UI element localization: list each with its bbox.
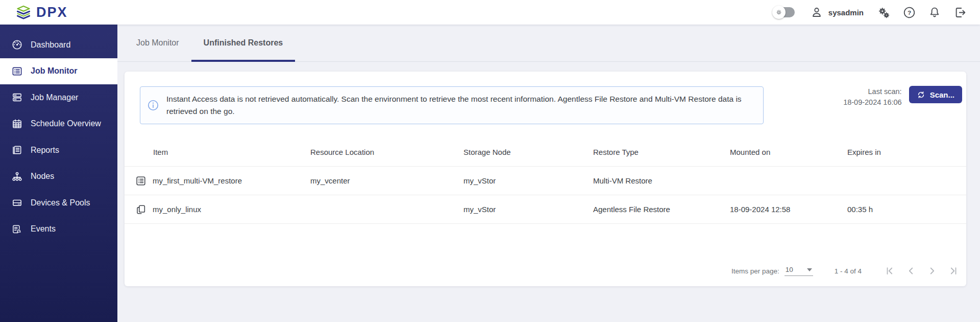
tab-job-monitor[interactable]: Job Monitor	[124, 25, 191, 61]
cell-mounted-on: 18-09-2024 12:58	[730, 205, 847, 214]
cell-expires-in: 00:35 h	[847, 205, 966, 214]
pagination: Items per page: 10 1 - 4 of 4	[731, 262, 963, 280]
list-box-icon	[11, 65, 23, 77]
logo-text: DPX	[36, 5, 68, 20]
column-header-item[interactable]: Item	[135, 148, 310, 156]
cell-restore-type: Agentless File Restore	[593, 205, 730, 214]
cell-restore-type: Multi-VM Restore	[593, 176, 730, 185]
logout-icon[interactable]	[952, 5, 968, 20]
top-right-actions: sysadmin ?	[773, 5, 980, 20]
table-row[interactable]: my_only_linuxmy_vStorAgentless File Rest…	[125, 195, 966, 224]
restores-table: Item Resource Location Storage Node Rest…	[125, 138, 966, 224]
column-header-expires-in[interactable]: Expires in	[847, 148, 966, 156]
scan-area: Last scan: 18-09-2024 16:06 Scan...	[843, 86, 962, 108]
theme-toggle-knob	[772, 6, 786, 19]
column-header-resource-location[interactable]: Resource Location	[310, 148, 463, 156]
sidebar-item-label: Schedule Overview	[31, 119, 101, 128]
main-area: Job Monitor Unfinished Restores Instant …	[117, 25, 980, 322]
calendar-icon	[11, 118, 23, 130]
content-card: Instant Access data is not retrieved aut…	[125, 72, 966, 286]
user-menu[interactable]: sysadmin	[809, 5, 864, 20]
table-header: Item Resource Location Storage Node Rest…	[125, 138, 966, 167]
top-bar: DPX sysadmin	[0, 0, 980, 25]
sidebar-item-label: Dashboard	[31, 40, 70, 50]
first-page-icon[interactable]	[884, 265, 896, 277]
sidebar-item-events[interactable]: Events	[0, 216, 117, 243]
gauge-icon	[11, 39, 23, 51]
prev-page-icon[interactable]	[905, 265, 917, 277]
file-copy-icon	[135, 204, 146, 215]
sidebar-item-label: Events	[31, 224, 56, 234]
cell-item: my_only_linux	[153, 205, 201, 214]
chevron-down-icon	[807, 268, 812, 271]
sidebar-item-label: Job Manager	[31, 93, 78, 102]
sidebar-item-reports[interactable]: Reports	[0, 137, 117, 164]
cell-storage-node: my_vStor	[463, 176, 593, 185]
pagination-range: 1 - 4 of 4	[835, 267, 862, 275]
sidebar-item-dashboard[interactable]: Dashboard	[0, 32, 117, 58]
tab-unfinished-restores[interactable]: Unfinished Restores	[191, 25, 296, 61]
table-row[interactable]: my_first_multi-VM_restoremy_vcentermy_vS…	[125, 167, 966, 195]
help-icon[interactable]: ?	[901, 5, 917, 20]
info-icon	[147, 99, 159, 111]
bell-icon[interactable]	[927, 5, 942, 20]
items-per-page-select[interactable]: 10	[785, 266, 813, 276]
pagination-nav	[884, 265, 963, 277]
cell-storage-node: my_vStor	[463, 205, 593, 214]
next-page-icon[interactable]	[926, 265, 938, 277]
app-window: DPX sysadmin	[0, 0, 980, 322]
sidebar-item-job-monitor[interactable]: Job Monitor	[0, 58, 117, 85]
column-header-mounted-on[interactable]: Mounted on	[730, 148, 847, 156]
cell-resource-location: my_vcenter	[310, 176, 463, 185]
user-icon	[809, 5, 824, 20]
column-header-storage-node[interactable]: Storage Node	[463, 148, 593, 156]
last-scan-value: 18-09-2024 16:06	[843, 97, 902, 108]
table-body: my_first_multi-VM_restoremy_vcentermy_vS…	[125, 167, 966, 224]
sidebar-item-label: Reports	[31, 146, 59, 155]
tab-label: Job Monitor	[136, 38, 179, 48]
banner-text: Instant Access data is not retrieved aut…	[166, 93, 754, 118]
report-icon	[11, 144, 23, 156]
last-page-icon[interactable]	[947, 265, 959, 277]
svg-text:?: ?	[907, 9, 911, 16]
tab-bar: Job Monitor Unfinished Restores	[117, 25, 980, 62]
column-header-restore-type[interactable]: Restore Type	[593, 148, 730, 156]
event-bell-icon	[11, 223, 23, 235]
info-banner: Instant Access data is not retrieved aut…	[140, 86, 764, 124]
device-icon	[11, 197, 23, 209]
items-per-page-value: 10	[786, 266, 793, 273]
last-scan-label: Last scan:	[843, 86, 902, 97]
last-scan: Last scan: 18-09-2024 16:06	[843, 86, 902, 108]
theme-toggle[interactable]	[773, 7, 795, 17]
items-per-page-label: Items per page:	[731, 267, 779, 275]
dpx-logo: DPX	[0, 5, 68, 20]
sidebar-item-nodes[interactable]: Nodes	[0, 164, 117, 190]
nodes-icon	[11, 171, 23, 182]
refresh-icon	[917, 90, 925, 99]
sidebar-item-label: Job Monitor	[31, 66, 78, 76]
sidebar-item-schedule-overview[interactable]: Schedule Overview	[0, 111, 117, 137]
dpx-logo-icon	[15, 5, 32, 20]
gears-icon[interactable]	[876, 5, 891, 20]
scan-button[interactable]: Scan...	[909, 86, 962, 103]
sidebar-item-devices-pools[interactable]: Devices & Pools	[0, 190, 117, 216]
scan-button-label: Scan...	[930, 90, 954, 99]
tab-label: Unfinished Restores	[204, 38, 283, 48]
multi-vm-icon	[135, 175, 146, 187]
sidebar-item-label: Nodes	[31, 172, 54, 181]
sidebar-item-label: Devices & Pools	[31, 198, 90, 208]
user-name: sysadmin	[828, 8, 864, 17]
sidebar: Dashboard Job Monitor Job Manager	[0, 25, 117, 322]
stack-icon	[11, 91, 23, 103]
sidebar-item-job-manager[interactable]: Job Manager	[0, 84, 117, 111]
cell-item: my_first_multi-VM_restore	[153, 176, 242, 185]
